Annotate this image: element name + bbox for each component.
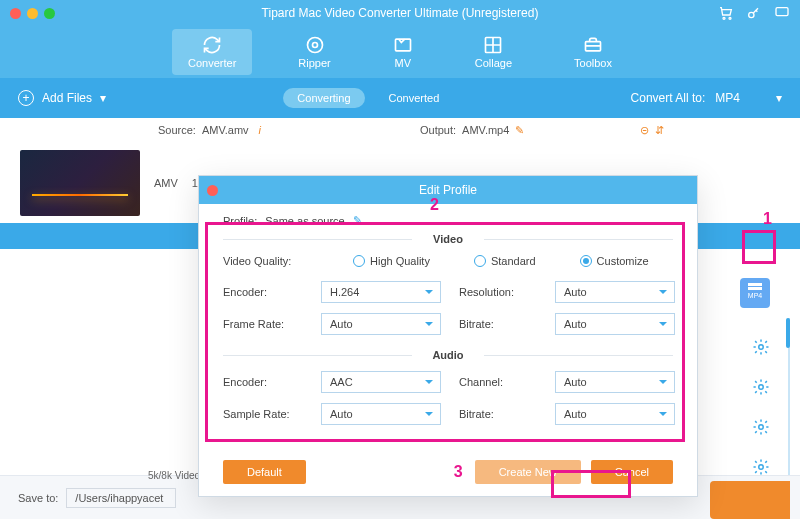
- framerate-select[interactable]: Auto: [321, 313, 441, 335]
- resolution-label: Resolution:: [459, 286, 537, 298]
- audio-encoder-label: Encoder:: [223, 376, 303, 388]
- svg-point-2: [749, 12, 754, 17]
- source-value: AMV.amv: [202, 124, 249, 136]
- radio-high-quality[interactable]: High Quality: [353, 255, 430, 267]
- video-encoder-select[interactable]: H.264: [321, 281, 441, 303]
- sub-bar: + Add Files ▾ Converting Converted Conve…: [0, 78, 800, 118]
- file-header: Source: AMV.amv i Output: AMV.mp4 ✎ ⊝ ⇵: [0, 118, 800, 142]
- converter-icon: [202, 35, 222, 55]
- feedback-icon[interactable]: [774, 5, 790, 21]
- radio-standard[interactable]: Standard: [474, 255, 536, 267]
- annotation-1: 1: [763, 210, 772, 228]
- gear-icon[interactable]: [752, 378, 770, 396]
- svg-point-12: [759, 465, 764, 470]
- format-text: AMV: [154, 177, 178, 189]
- key-icon[interactable]: [746, 5, 762, 21]
- nav-label: Converter: [188, 57, 236, 69]
- chevron-down-icon[interactable]: ▾: [776, 91, 782, 105]
- scrollbar[interactable]: [784, 318, 792, 489]
- info-icon[interactable]: i: [259, 124, 261, 136]
- svg-point-11: [759, 425, 764, 430]
- nav-toolbox[interactable]: Toolbox: [558, 29, 628, 75]
- nav-label: Ripper: [298, 57, 330, 69]
- svg-point-4: [307, 38, 322, 53]
- audio-section-title: Audio: [223, 349, 673, 361]
- edit-profile-modal: Edit Profile Profile: Same as source ✎ V…: [198, 175, 698, 497]
- window-title: Tipard Mac Video Converter Ultimate (Unr…: [0, 6, 800, 20]
- tab-converted[interactable]: Converted: [375, 88, 454, 108]
- plus-icon[interactable]: +: [18, 90, 34, 106]
- window-titlebar: Tipard Mac Video Converter Ultimate (Unr…: [0, 0, 800, 26]
- svg-point-0: [723, 17, 725, 19]
- create-new-button[interactable]: Create New: [475, 460, 581, 484]
- pencil-icon[interactable]: ✎: [353, 214, 362, 227]
- annotation-3: 3: [454, 463, 463, 481]
- svg-point-5: [312, 43, 317, 48]
- default-button[interactable]: Default: [223, 460, 306, 484]
- channel-select[interactable]: Auto: [555, 371, 675, 393]
- samplerate-select[interactable]: Auto: [321, 403, 441, 425]
- convert-all-label: Convert All to:: [631, 91, 706, 105]
- modal-header: Edit Profile: [199, 176, 697, 204]
- save-to-label: Save to:: [18, 492, 58, 504]
- nav-collage[interactable]: Collage: [459, 29, 528, 75]
- gear-icon[interactable]: [752, 418, 770, 436]
- video-section-title: Video: [223, 233, 673, 245]
- source-label: Source:: [158, 124, 196, 136]
- nav-mv[interactable]: MV: [377, 29, 429, 75]
- framerate-label: Frame Rate:: [223, 318, 303, 330]
- modal-title: Edit Profile: [419, 183, 477, 197]
- samplerate-label: Sample Rate:: [223, 408, 303, 420]
- chevron-down-icon[interactable]: ▾: [100, 91, 106, 105]
- cart-icon[interactable]: [718, 5, 734, 21]
- gear-icon[interactable]: [752, 338, 770, 356]
- mv-icon: [393, 35, 413, 55]
- collage-icon: [483, 35, 503, 55]
- convert-button[interactable]: [710, 481, 790, 519]
- nav-label: Collage: [475, 57, 512, 69]
- profile-label: Profile:: [223, 215, 257, 227]
- output-value: AMV.mp4: [462, 124, 509, 136]
- audio-bitrate-label: Bitrate:: [459, 408, 537, 420]
- pencil-icon[interactable]: ✎: [515, 124, 524, 137]
- save-path-field[interactable]: /Users/ihappyacet: [66, 488, 176, 508]
- category-label: 5k/8k Video: [148, 470, 200, 481]
- nav-ripper[interactable]: Ripper: [282, 29, 346, 75]
- profile-value: Same as source: [265, 215, 344, 227]
- add-files-button[interactable]: Add Files: [42, 91, 92, 105]
- encoder-label: Encoder:: [223, 286, 303, 298]
- annotation-2: 2: [430, 196, 439, 214]
- bitrate-label: Bitrate:: [459, 318, 537, 330]
- format-badge[interactable]: MP4: [740, 278, 770, 308]
- compress-icon[interactable]: ⊝: [640, 124, 649, 137]
- audio-encoder-select[interactable]: AAC: [321, 371, 441, 393]
- close-icon[interactable]: [207, 185, 218, 196]
- channel-label: Channel:: [459, 376, 537, 388]
- svg-point-1: [729, 17, 731, 19]
- main-nav: Converter Ripper MV Collage Toolbox: [0, 26, 800, 78]
- toolbox-icon: [583, 35, 603, 55]
- resolution-select[interactable]: Auto: [555, 281, 675, 303]
- tab-converting[interactable]: Converting: [283, 88, 364, 108]
- svg-point-9: [759, 345, 764, 350]
- audio-bitrate-select[interactable]: Auto: [555, 403, 675, 425]
- nav-label: Toolbox: [574, 57, 612, 69]
- svg-point-10: [759, 385, 764, 390]
- nav-label: MV: [394, 57, 411, 69]
- cancel-button[interactable]: Cancel: [591, 460, 673, 484]
- ripper-icon: [305, 35, 325, 55]
- output-label: Output:: [420, 124, 456, 136]
- nav-converter[interactable]: Converter: [172, 29, 252, 75]
- gear-icon[interactable]: [752, 458, 770, 476]
- video-bitrate-select[interactable]: Auto: [555, 313, 675, 335]
- expand-icon[interactable]: ⇵: [655, 124, 664, 137]
- video-thumbnail[interactable]: [20, 150, 140, 216]
- convert-all-select[interactable]: MP4: [711, 89, 770, 107]
- radio-customize[interactable]: Customize: [580, 255, 649, 267]
- video-quality-label: Video Quality:: [223, 255, 303, 267]
